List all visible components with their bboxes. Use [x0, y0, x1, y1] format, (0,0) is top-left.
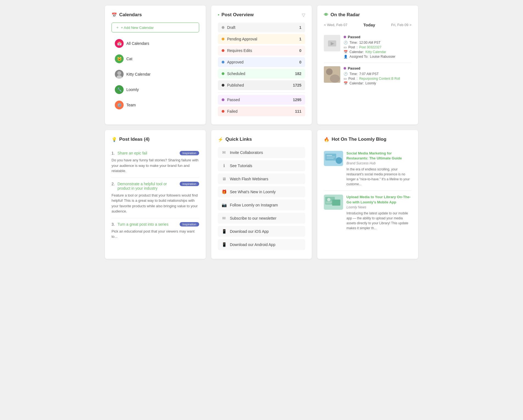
radar-next-link[interactable]: Fri, Feb 09 > [391, 23, 411, 27]
post-row-published[interactable]: Published 1725 [218, 80, 305, 90]
radar-post-1: ▭ Post: Post 30322327 [344, 45, 411, 49]
filter-icon[interactable]: ▽ [302, 12, 305, 18]
radar-nav: < Wed, Feb 07 Today Fri, Feb 09 > [324, 23, 411, 27]
post-row-draft[interactable]: Draft 1 [218, 23, 305, 32]
post-row-pending[interactable]: Pending Approval 1 [218, 34, 305, 44]
user-icon-1: 👤 [344, 55, 348, 59]
approved-dot [222, 61, 224, 63]
blog-source-2: Loomly News [346, 205, 411, 209]
post-link-1[interactable]: Post 30322327 [359, 45, 382, 49]
post-icon: ▪ [218, 12, 219, 17]
instagram-icon: 📷 [222, 203, 227, 208]
quick-link-tutorials[interactable]: ℹ See Tutorials [218, 160, 305, 171]
quick-links-title: ⚡ Quick Links [218, 137, 252, 142]
post-idea-1-header: 1. Share an epic fail Inspiration [112, 151, 199, 155]
blog-posts-list: Social Media Marketing for Restaurants: … [324, 147, 411, 234]
calendar-item-all[interactable]: 📅 All Calendars [112, 36, 199, 51]
cal-icon-2: 📅 [344, 81, 348, 85]
quick-link-instagram[interactable]: 📷 Follow Loomly on Instagram [218, 200, 305, 211]
blog-thumb-1 [324, 151, 343, 166]
quick-links-header: ⚡ Quick Links [218, 137, 305, 142]
quick-link-newsletter[interactable]: ✉ Subscribe to our newsletter [218, 213, 305, 224]
svg-rect-10 [327, 155, 332, 156]
svg-rect-12 [327, 158, 333, 159]
radar-header: 👁 On the Radar [324, 12, 411, 18]
quick-link-android[interactable]: 📱 Download our Android App [218, 239, 305, 250]
post-idea-2-title[interactable]: Demonstrate a helpful tool or product in… [118, 182, 175, 190]
radar-icon: 👁 [324, 12, 328, 17]
calendar-item-team[interactable]: ⚙️ Team [112, 98, 199, 112]
svg-point-16 [327, 198, 330, 201]
blog-info-2: Upload Media to Your Library On-The-Go w… [346, 195, 411, 230]
radar-today-label: Today [363, 23, 375, 27]
svg-rect-17 [326, 202, 332, 202]
radar-status-1: Passed [344, 35, 411, 39]
radar-calendar-2: 📅 Calendar: Loomly [344, 81, 411, 85]
blog-title-1[interactable]: Social Media Marketing for Restaurants: … [346, 151, 411, 161]
post-overview-card: ▪ Post Overview ▽ Draft 1 Pending Approv… [211, 5, 312, 125]
post-ideas-header: 💡 Post Ideas (4) [112, 137, 199, 142]
calendar-item-cat[interactable]: 🐱 Cat [112, 52, 199, 66]
post-rows: Draft 1 Pending Approval 1 Requires Edit… [218, 23, 305, 116]
post-ideas-title: 💡 Post Ideas (4) [112, 137, 150, 142]
draft-dot [222, 26, 224, 29]
post-icon-1: ▭ [344, 45, 347, 49]
calendar-item-loomly[interactable]: 🔧 Loomly [112, 82, 199, 97]
post-idea-1-title[interactable]: Share an epic fail [118, 151, 175, 155]
blog-header: 🔥 Hot On The Loomly Blog [324, 137, 411, 142]
avatar-kitty [115, 70, 124, 79]
post-idea-3-desc: Pick an educational post that your viewe… [112, 229, 199, 239]
pending-dot [222, 38, 224, 40]
calendar-link-1[interactable]: Kitty Calendar [365, 50, 386, 54]
svg-rect-18 [326, 203, 331, 203]
scheduled-dot [222, 72, 224, 75]
avatar-cat: 🐱 [115, 54, 124, 63]
quick-link-invite[interactable]: ✉ Invite Collaborators [218, 147, 305, 158]
add-calendar-button[interactable]: ＋ + Add New Calendar [112, 23, 199, 32]
calendars-header: 📅 Calendars [112, 12, 199, 18]
blog-post-1: Social Media Marketing for Restaurants: … [324, 147, 411, 191]
dashboard: 📅 Calendars ＋ + Add New Calendar 📅 All C… [105, 5, 418, 259]
calendar-icon: 📅 [112, 12, 117, 18]
calendar-item-kitty[interactable]: Kitty Calendar [112, 67, 199, 81]
on-the-radar-card: 👁 On the Radar < Wed, Feb 07 Today Fri, … [317, 5, 418, 125]
radar-time-2: 🕐 Time: 7:07 AM PST [344, 72, 411, 76]
gift-icon: 🎁 [222, 189, 227, 194]
radar-time-1: 🕐 Time: 12:00 AM PST [344, 41, 411, 45]
radar-prev-link[interactable]: < Wed, Feb 07 [324, 23, 347, 27]
quick-link-webinars[interactable]: 🖥 Watch Flash Webinars [218, 173, 305, 184]
svg-point-6 [330, 74, 340, 83]
blog-card: 🔥 Hot On The Loomly Blog Social Media Ma… [317, 130, 418, 259]
post-idea-1: 1. Share an epic fail Inspiration Do you… [112, 147, 199, 178]
post-row-scheduled[interactable]: Scheduled 182 [218, 69, 305, 79]
post-row-approved[interactable]: Approved 0 [218, 57, 305, 67]
avatar-team: ⚙️ [115, 101, 124, 109]
radar-assigned-1: 👤 Assigned To: Louise Rabussier [344, 55, 411, 59]
android-icon: 📱 [222, 242, 227, 247]
blog-excerpt-1: In the era of endless scrolling, your re… [346, 167, 411, 187]
post-row-passed[interactable]: Passed 1295 [218, 95, 305, 105]
requires-dot [222, 49, 224, 52]
flame-icon: 🔥 [324, 137, 329, 142]
post-overview-header: ▪ Post Overview ▽ [218, 12, 305, 18]
radar-event-1: Passed 🕐 Time: 12:00 AM PST ▭ Post: Post… [324, 32, 411, 63]
blog-title-2[interactable]: Upload Media to Your Library On-The-Go w… [346, 195, 411, 205]
bolt-icon: ⚡ [218, 137, 223, 142]
svg-point-9 [336, 157, 342, 164]
post-row-failed[interactable]: Failed 111 [218, 106, 305, 116]
post-row-requires[interactable]: Requires Edits 0 [218, 46, 305, 56]
post-link-2[interactable]: Repurposing Content B Roll [359, 77, 400, 81]
calendar-list: 📅 All Calendars 🐱 Cat Kitty Calendar 🔧 L… [112, 36, 199, 112]
quick-link-ios[interactable]: 📱 Download our iOS App [218, 226, 305, 237]
post-idea-3-tag: Inspiration [180, 222, 199, 226]
cal-icon-1: 📅 [344, 50, 348, 54]
failed-dot [222, 110, 224, 113]
post-icon-2: ▭ [344, 77, 347, 81]
quick-links-list: ✉ Invite Collaborators ℹ See Tutorials 🖥… [218, 147, 305, 250]
quick-link-whats-new[interactable]: 🎁 See What's New in Loomly [218, 186, 305, 197]
post-overview-title: ▪ Post Overview [218, 12, 254, 18]
post-idea-1-desc: Do you have any funny fail stories? Shar… [112, 158, 199, 174]
post-idea-3-title[interactable]: Turn a great post into a series [118, 222, 175, 226]
clock-icon-2: 🕐 [344, 72, 348, 76]
radar-post-2: ▭ Post: Repurposing Content B Roll [344, 77, 411, 81]
